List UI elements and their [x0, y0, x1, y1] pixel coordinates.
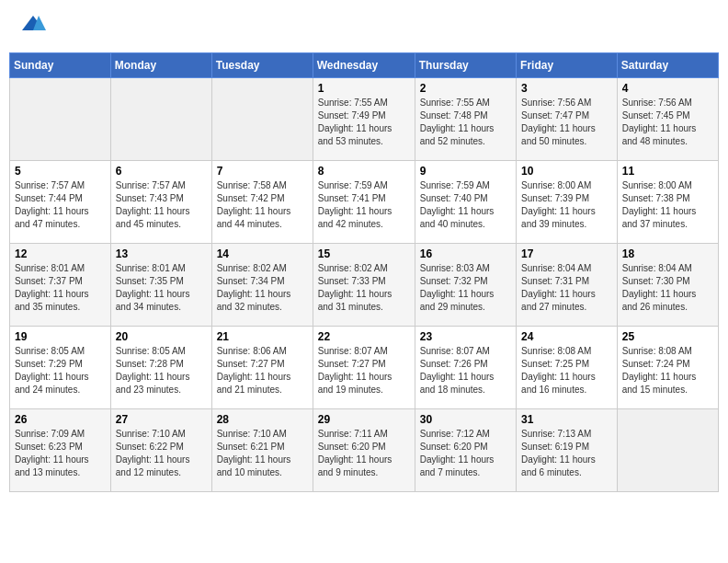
day-number: 5 — [15, 165, 106, 178]
day-info: Sunrise: 8:00 AMSunset: 7:39 PMDaylight:… — [521, 179, 612, 231]
day-number: 31 — [521, 413, 612, 426]
day-info: Sunrise: 7:09 AMSunset: 6:23 PMDaylight:… — [15, 428, 106, 479]
day-number: 14 — [217, 247, 308, 260]
day-number: 8 — [318, 165, 410, 178]
day-info: Sunrise: 7:12 AMSunset: 6:20 PMDaylight:… — [420, 428, 511, 479]
calendar-cell: 20Sunrise: 8:05 AMSunset: 7:28 PMDayligh… — [110, 326, 211, 408]
calendar-cell: 10Sunrise: 8:00 AMSunset: 7:39 PMDayligh… — [517, 160, 618, 243]
day-info: Sunrise: 8:00 AMSunset: 7:38 PMDaylight:… — [622, 179, 713, 231]
day-number: 19 — [15, 330, 106, 343]
day-info: Sunrise: 8:02 AMSunset: 7:33 PMDaylight:… — [318, 262, 410, 314]
calendar-cell — [10, 77, 111, 160]
day-info: Sunrise: 7:56 AMSunset: 7:45 PMDaylight:… — [622, 97, 713, 148]
day-number: 17 — [521, 247, 612, 260]
week-row-4: 19Sunrise: 8:05 AMSunset: 7:29 PMDayligh… — [10, 326, 719, 408]
calendar-table: SundayMondayTuesdayWednesdayThursdayFrid… — [9, 52, 719, 492]
day-info: Sunrise: 7:13 AMSunset: 6:19 PMDaylight:… — [521, 428, 612, 479]
day-number: 15 — [318, 247, 410, 260]
day-number: 22 — [318, 330, 410, 343]
day-info: Sunrise: 7:58 AMSunset: 7:42 PMDaylight:… — [217, 179, 308, 231]
week-row-5: 26Sunrise: 7:09 AMSunset: 6:23 PMDayligh… — [10, 408, 719, 491]
day-info: Sunrise: 7:59 AMSunset: 7:41 PMDaylight:… — [318, 179, 410, 231]
weekday-header-wednesday: Wednesday — [313, 52, 415, 77]
day-info: Sunrise: 8:05 AMSunset: 7:29 PMDaylight:… — [15, 345, 106, 396]
day-number: 3 — [521, 82, 612, 95]
weekday-header-sunday: Sunday — [10, 52, 111, 77]
day-number: 9 — [420, 165, 511, 178]
calendar-cell — [617, 408, 718, 491]
day-info: Sunrise: 7:10 AMSunset: 6:22 PMDaylight:… — [116, 428, 207, 479]
calendar-cell: 12Sunrise: 8:01 AMSunset: 7:37 PMDayligh… — [10, 243, 111, 326]
day-number: 27 — [116, 413, 207, 426]
calendar-cell: 3Sunrise: 7:56 AMSunset: 7:47 PMDaylight… — [517, 77, 618, 160]
day-number: 4 — [622, 82, 713, 95]
calendar-cell: 28Sunrise: 7:10 AMSunset: 6:21 PMDayligh… — [211, 408, 313, 491]
day-info: Sunrise: 8:04 AMSunset: 7:31 PMDaylight:… — [521, 262, 612, 314]
calendar-cell: 23Sunrise: 8:07 AMSunset: 7:26 PMDayligh… — [415, 326, 516, 408]
day-number: 12 — [15, 247, 106, 260]
day-number: 28 — [217, 413, 308, 426]
week-row-1: 1Sunrise: 7:55 AMSunset: 7:49 PMDaylight… — [10, 77, 719, 160]
day-info: Sunrise: 8:07 AMSunset: 7:26 PMDaylight:… — [420, 345, 511, 396]
day-info: Sunrise: 8:08 AMSunset: 7:25 PMDaylight:… — [521, 345, 612, 396]
week-row-2: 5Sunrise: 7:57 AMSunset: 7:44 PMDaylight… — [10, 160, 719, 243]
day-number: 24 — [521, 330, 612, 343]
calendar-cell: 16Sunrise: 8:03 AMSunset: 7:32 PMDayligh… — [415, 243, 516, 326]
calendar-cell — [110, 77, 211, 160]
day-info: Sunrise: 8:03 AMSunset: 7:32 PMDaylight:… — [420, 262, 511, 314]
day-number: 6 — [116, 165, 207, 178]
calendar-cell: 18Sunrise: 8:04 AMSunset: 7:30 PMDayligh… — [617, 243, 718, 326]
day-number: 29 — [318, 413, 410, 426]
day-info: Sunrise: 8:04 AMSunset: 7:30 PMDaylight:… — [622, 262, 713, 314]
day-number: 26 — [15, 413, 106, 426]
calendar-cell: 30Sunrise: 7:12 AMSunset: 6:20 PMDayligh… — [415, 408, 516, 491]
calendar-cell: 1Sunrise: 7:55 AMSunset: 7:49 PMDaylight… — [313, 77, 415, 160]
calendar-cell: 26Sunrise: 7:09 AMSunset: 6:23 PMDayligh… — [10, 408, 111, 491]
logo — [18, 14, 46, 39]
calendar-cell: 19Sunrise: 8:05 AMSunset: 7:29 PMDayligh… — [10, 326, 111, 408]
calendar-cell: 4Sunrise: 7:56 AMSunset: 7:45 PMDaylight… — [617, 77, 718, 160]
day-info: Sunrise: 8:06 AMSunset: 7:27 PMDaylight:… — [217, 345, 308, 396]
calendar-cell: 14Sunrise: 8:02 AMSunset: 7:34 PMDayligh… — [211, 243, 313, 326]
calendar-cell: 8Sunrise: 7:59 AMSunset: 7:41 PMDaylight… — [313, 160, 415, 243]
calendar-cell: 11Sunrise: 8:00 AMSunset: 7:38 PMDayligh… — [617, 160, 718, 243]
day-number: 25 — [622, 330, 713, 343]
day-info: Sunrise: 8:07 AMSunset: 7:27 PMDaylight:… — [318, 345, 410, 396]
day-number: 7 — [217, 165, 308, 178]
day-number: 21 — [217, 330, 308, 343]
day-number: 20 — [116, 330, 207, 343]
day-number: 23 — [420, 330, 511, 343]
calendar-cell: 5Sunrise: 7:57 AMSunset: 7:44 PMDaylight… — [10, 160, 111, 243]
calendar-cell: 15Sunrise: 8:02 AMSunset: 7:33 PMDayligh… — [313, 243, 415, 326]
day-number: 13 — [116, 247, 207, 260]
day-info: Sunrise: 7:55 AMSunset: 7:48 PMDaylight:… — [420, 97, 511, 148]
day-info: Sunrise: 8:01 AMSunset: 7:37 PMDaylight:… — [15, 262, 106, 314]
calendar-cell: 9Sunrise: 7:59 AMSunset: 7:40 PMDaylight… — [415, 160, 516, 243]
day-number: 16 — [420, 247, 511, 260]
day-info: Sunrise: 7:57 AMSunset: 7:43 PMDaylight:… — [116, 179, 207, 231]
week-row-3: 12Sunrise: 8:01 AMSunset: 7:37 PMDayligh… — [10, 243, 719, 326]
day-info: Sunrise: 7:57 AMSunset: 7:44 PMDaylight:… — [15, 179, 106, 231]
calendar-cell: 17Sunrise: 8:04 AMSunset: 7:31 PMDayligh… — [517, 243, 618, 326]
calendar-cell: 25Sunrise: 8:08 AMSunset: 7:24 PMDayligh… — [617, 326, 718, 408]
calendar-cell: 2Sunrise: 7:55 AMSunset: 7:48 PMDaylight… — [415, 77, 516, 160]
calendar-cell: 22Sunrise: 8:07 AMSunset: 7:27 PMDayligh… — [313, 326, 415, 408]
calendar-cell: 27Sunrise: 7:10 AMSunset: 6:22 PMDayligh… — [110, 408, 211, 491]
weekday-header-tuesday: Tuesday — [211, 52, 313, 77]
day-info: Sunrise: 7:55 AMSunset: 7:49 PMDaylight:… — [318, 97, 410, 148]
page-header — [9, 9, 719, 43]
calendar-cell: 6Sunrise: 7:57 AMSunset: 7:43 PMDaylight… — [110, 160, 211, 243]
day-info: Sunrise: 8:01 AMSunset: 7:35 PMDaylight:… — [116, 262, 207, 314]
day-info: Sunrise: 7:59 AMSunset: 7:40 PMDaylight:… — [420, 179, 511, 231]
day-info: Sunrise: 8:05 AMSunset: 7:28 PMDaylight:… — [116, 345, 207, 396]
calendar-cell: 7Sunrise: 7:58 AMSunset: 7:42 PMDaylight… — [211, 160, 313, 243]
day-info: Sunrise: 8:08 AMSunset: 7:24 PMDaylight:… — [622, 345, 713, 396]
day-number: 10 — [521, 165, 612, 178]
weekday-header-row: SundayMondayTuesdayWednesdayThursdayFrid… — [10, 52, 719, 77]
calendar-cell: 29Sunrise: 7:11 AMSunset: 6:20 PMDayligh… — [313, 408, 415, 491]
day-number: 1 — [318, 82, 410, 95]
day-info: Sunrise: 7:10 AMSunset: 6:21 PMDaylight:… — [217, 428, 308, 479]
day-info: Sunrise: 7:11 AMSunset: 6:20 PMDaylight:… — [318, 428, 410, 479]
calendar-cell — [211, 77, 313, 160]
weekday-header-monday: Monday — [110, 52, 211, 77]
